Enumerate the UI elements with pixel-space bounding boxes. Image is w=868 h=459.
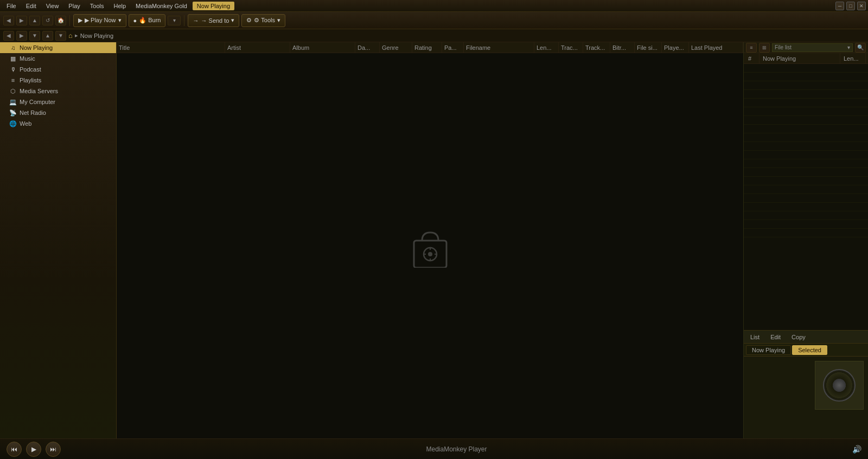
play-button[interactable]: ▶ xyxy=(26,442,41,457)
right-row xyxy=(744,90,868,99)
col-filename[interactable]: Filename xyxy=(464,42,534,53)
search-icon[interactable]: 🔍 xyxy=(855,43,866,53)
media-servers-icon: ⬡ xyxy=(9,87,17,95)
col-bitrate[interactable]: Bitr... xyxy=(610,42,635,53)
nav-forward-button[interactable]: ▶ xyxy=(16,16,27,25)
menu-bar: File Edit View Play Tools Help MediaMonk… xyxy=(2,2,835,10)
bp-art xyxy=(744,357,868,438)
right-row xyxy=(744,125,868,133)
burn-button[interactable]: ● 🔥 Burn xyxy=(129,14,166,27)
close-button[interactable]: ✕ xyxy=(857,2,866,10)
col-played[interactable]: Playe... xyxy=(662,42,689,53)
menu-file[interactable]: File xyxy=(2,2,21,10)
album-art xyxy=(815,361,864,410)
sidebar-item-net-radio[interactable]: 📡 Net Radio xyxy=(0,107,116,118)
nav-up-button[interactable]: ▲ xyxy=(29,16,40,25)
rp-col-nowplaying[interactable]: Now Playing xyxy=(761,53,840,63)
player-title: MediaMonkey Player xyxy=(65,445,848,453)
col-length[interactable]: Len... xyxy=(534,42,559,53)
sidebar-item-now-playing[interactable]: ♫ Now Playing xyxy=(0,42,116,53)
col-genre[interactable]: Genre xyxy=(380,42,412,53)
col-title[interactable]: Title xyxy=(117,42,225,53)
right-row xyxy=(744,64,868,73)
rp-col-length[interactable]: Len... xyxy=(841,53,866,63)
svg-point-2 xyxy=(428,252,432,256)
nav-refresh-button[interactable]: ↺ xyxy=(42,16,53,25)
burn-icon: ● xyxy=(133,17,137,24)
right-row xyxy=(744,194,868,203)
play-now-button[interactable]: ▶ ▶ Play Now ▾ xyxy=(73,14,126,27)
sidebar-item-media-servers[interactable]: ⬡ Media Servers xyxy=(0,86,116,96)
tools-arrow: ▾ xyxy=(277,17,280,24)
sidebar-item-web[interactable]: 🌐 Web xyxy=(0,118,116,129)
right-row xyxy=(744,229,868,237)
next-button[interactable]: ⏭ xyxy=(46,442,61,457)
copy-button[interactable]: Copy xyxy=(788,333,809,341)
right-row xyxy=(744,211,868,220)
menu-edit[interactable]: Edit xyxy=(22,2,41,10)
menu-help[interactable]: Help xyxy=(109,2,130,10)
nav-home-button[interactable]: 🏠 xyxy=(55,16,66,25)
col-track[interactable]: Trac... xyxy=(559,42,583,53)
nav-back-button[interactable]: ◀ xyxy=(3,16,14,25)
main-layout: ♫ Now Playing ▦ Music 🎙 Podcast ≡ Playli… xyxy=(0,42,868,438)
col-album[interactable]: Album xyxy=(290,42,355,53)
play-icon: ▶ xyxy=(31,445,36,453)
menu-play[interactable]: Play xyxy=(64,2,84,10)
view-list-button[interactable]: ≡ xyxy=(746,43,757,53)
my-computer-icon: 💻 xyxy=(9,98,17,106)
col-trackalt[interactable]: Track... xyxy=(583,42,610,53)
menu-mediamonkey-gold[interactable]: MediaMonkey Gold xyxy=(131,2,192,10)
dropdown-arrow: ▾ xyxy=(118,17,122,24)
menu-view[interactable]: View xyxy=(42,2,63,10)
send-to-button[interactable]: → → Send to ▾ xyxy=(188,14,239,27)
col-path[interactable]: Pa... xyxy=(442,42,464,53)
dropdown-icon: ▾ xyxy=(847,44,850,50)
nav-arrow-2[interactable]: ▶ xyxy=(16,31,27,41)
transport-bar: ⏮ ▶ ⏭ MediaMonkey Player 🔊 xyxy=(0,438,868,459)
col-filesize[interactable]: File si... xyxy=(635,42,662,53)
col-rating[interactable]: Rating xyxy=(412,42,442,53)
nav-arrow-5[interactable]: ▼ xyxy=(55,31,66,41)
col-artist[interactable]: Artist xyxy=(225,42,290,53)
sidebar-item-my-computer[interactable]: 💻 My Computer xyxy=(0,96,116,107)
sidebar-item-playlists[interactable]: ≡ Playlists xyxy=(0,75,116,86)
right-row xyxy=(744,133,868,142)
sidebar: ♫ Now Playing ▦ Music 🎙 Podcast ≡ Playli… xyxy=(0,42,117,438)
restore-button[interactable]: □ xyxy=(846,2,855,10)
menu-tools[interactable]: Tools xyxy=(86,2,108,10)
tab-selected[interactable]: Selected xyxy=(792,345,827,355)
prev-icon: ⏮ xyxy=(11,445,17,453)
col-lastplayed[interactable]: Last Played xyxy=(689,42,743,53)
right-row xyxy=(744,73,868,81)
nav-arrow-4[interactable]: ▲ xyxy=(42,31,53,41)
nav-arrow-1[interactable]: ◀ xyxy=(3,31,14,41)
edit-button[interactable]: Edit xyxy=(767,333,784,341)
music-icon: ▦ xyxy=(9,54,17,63)
right-list xyxy=(744,64,868,330)
col-date[interactable]: Da... xyxy=(355,42,380,53)
menu-now-playing[interactable]: Now Playing xyxy=(193,2,234,10)
tools-button[interactable]: ⚙ ⚙ Tools ▾ xyxy=(241,14,285,27)
column-headers: Title Artist Album Da... Genre Rating Pa… xyxy=(117,42,743,53)
right-panel: ≡ ⊞ File list ▾ 🔍 # Now Playing Len... xyxy=(743,42,868,438)
prev-button[interactable]: ⏮ xyxy=(7,442,22,457)
sidebar-item-podcast[interactable]: 🎙 Podcast xyxy=(0,64,116,75)
rp-col-num[interactable]: # xyxy=(746,53,760,63)
volume-icon: 🔊 xyxy=(852,445,861,454)
tools-icon: ⚙ xyxy=(246,17,252,24)
sidebar-item-music[interactable]: ▦ Music xyxy=(0,53,116,64)
nav-arrow-3[interactable]: ▼ xyxy=(29,31,40,41)
toolbar-separator-2 xyxy=(184,15,184,26)
view-options-button[interactable]: ⊞ xyxy=(759,43,770,53)
now-playing-icon: ♫ xyxy=(9,43,17,52)
right-row xyxy=(744,81,868,90)
podcast-icon: 🎙 xyxy=(9,65,17,74)
tab-now-playing[interactable]: Now Playing xyxy=(746,345,791,355)
minimize-button[interactable]: ─ xyxy=(835,2,844,10)
burn-options-button[interactable]: ▾ xyxy=(168,16,181,25)
list-button[interactable]: List xyxy=(747,333,763,341)
disc-icon xyxy=(823,369,856,402)
content-area: Title Artist Album Da... Genre Rating Pa… xyxy=(117,42,743,438)
file-list-dropdown[interactable]: File list ▾ xyxy=(772,43,853,52)
